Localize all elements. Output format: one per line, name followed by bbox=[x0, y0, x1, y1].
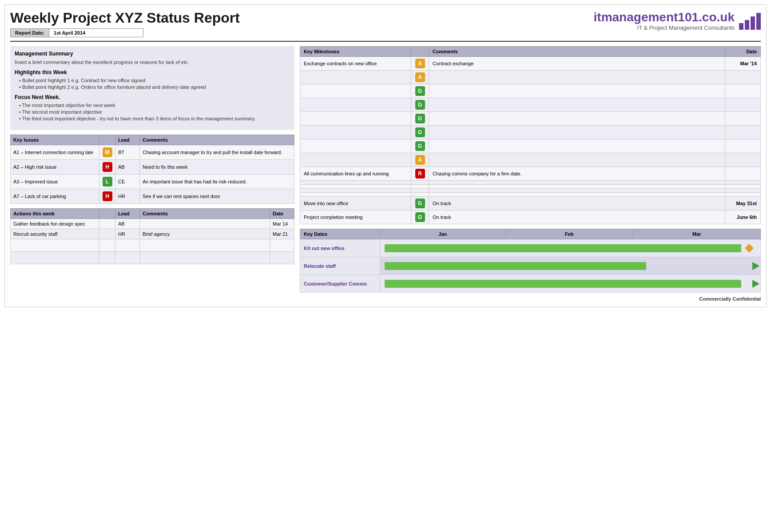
milestone-badge: G bbox=[411, 84, 429, 98]
milestone-badge: G bbox=[411, 98, 429, 112]
header-left: Weekly Project XYZ Status Report Report … bbox=[10, 10, 240, 37]
milestone-date bbox=[725, 139, 761, 153]
milestone-badge bbox=[411, 193, 429, 197]
milestone-date bbox=[725, 181, 761, 185]
col-header-milestone: Key Milestones bbox=[300, 47, 411, 57]
issue-comment: Chasing account manager to try and pull … bbox=[140, 145, 294, 160]
gantt-bar-cell bbox=[380, 239, 761, 257]
action-comment bbox=[140, 219, 270, 229]
milestone-name bbox=[300, 112, 411, 126]
focus-title: Focus Next Week. bbox=[15, 94, 290, 100]
brand-subtitle: IT & Project Management Consultants bbox=[594, 24, 735, 31]
highlights-title: Highlights this Week bbox=[15, 69, 290, 75]
milestones-table: Key Milestones Comments Date Exchange co… bbox=[300, 46, 761, 224]
milestone-badge: A bbox=[411, 153, 429, 167]
action-comment: Brief agency bbox=[140, 229, 270, 239]
milestone-badge bbox=[411, 189, 429, 193]
col-header-status bbox=[411, 47, 429, 57]
milestone-date: May 31st bbox=[725, 197, 761, 210]
status-badge: R bbox=[415, 169, 425, 179]
report-date-value: 1st April 2014 bbox=[49, 29, 90, 37]
focus-list: The most important objective for next we… bbox=[15, 103, 290, 121]
gantt-bar-cell bbox=[380, 257, 761, 275]
main-content: Management Summary Insert a brief commen… bbox=[10, 46, 761, 293]
col-header-badge bbox=[99, 135, 115, 145]
header: Weekly Project XYZ Status Report Report … bbox=[10, 10, 761, 42]
issue-name: A1 – Internet connection running late bbox=[11, 145, 99, 160]
milestone-comment: Chasing comms company for a firm date. bbox=[429, 167, 725, 181]
arrow-icon bbox=[752, 280, 759, 288]
gantt-bar bbox=[385, 262, 646, 270]
list-item: The most important objective for next we… bbox=[19, 103, 290, 108]
issue-comment: Need to fix this week bbox=[140, 160, 294, 175]
milestone-name bbox=[300, 153, 411, 167]
status-badge: G bbox=[415, 127, 425, 137]
milestone-comment bbox=[429, 181, 725, 185]
status-badge: G bbox=[415, 199, 425, 208]
milestone-date: Mar '14 bbox=[725, 57, 761, 71]
gantt-section: Key Dates Jan Feb Mar Kit out new office… bbox=[300, 229, 761, 293]
milestone-name bbox=[300, 181, 411, 185]
gantt-table: Key Dates Jan Feb Mar Kit out new office… bbox=[300, 229, 761, 293]
milestone-comment bbox=[429, 193, 725, 197]
milestone-name: All communication lines up and running bbox=[300, 167, 411, 181]
milestone-date: June 6th bbox=[725, 210, 761, 224]
issue-name: A2 – High risk issue bbox=[11, 160, 99, 175]
gantt-col-jan: Jan bbox=[380, 229, 506, 239]
issue-lead: BT bbox=[115, 145, 140, 160]
report-date-row: Report Date: 1st April 2014 bbox=[10, 28, 143, 37]
right-panel: Key Milestones Comments Date Exchange co… bbox=[300, 46, 761, 293]
status-badge: L bbox=[103, 177, 112, 187]
issue-comment: An important issue that has had its risk… bbox=[140, 175, 294, 189]
milestone-date bbox=[725, 193, 761, 197]
action-lead: AB bbox=[115, 219, 140, 229]
management-summary: Management Summary Insert a brief commen… bbox=[10, 46, 294, 130]
action-name: Gather feedback fon design spec bbox=[11, 219, 99, 229]
issue-lead: CE bbox=[115, 175, 140, 189]
bar-chart-icon bbox=[739, 12, 761, 30]
action-badge bbox=[99, 219, 115, 229]
milestone-name bbox=[300, 189, 411, 193]
milestone-date bbox=[725, 185, 761, 189]
issue-badge: L bbox=[99, 175, 115, 189]
issue-comment: See if we can rent spaces next door bbox=[140, 189, 294, 204]
brand-name: itmanagement101.co.uk bbox=[594, 10, 735, 24]
bar1 bbox=[739, 23, 743, 30]
milestone-comment bbox=[429, 153, 725, 167]
milestone-name bbox=[300, 185, 411, 189]
report-date-label: Report Date: bbox=[11, 29, 49, 37]
milestone-comment bbox=[429, 112, 725, 126]
milestone-name bbox=[300, 84, 411, 98]
milestone-comment bbox=[429, 98, 725, 112]
gantt-label: Customer/Supplier Comms bbox=[300, 275, 380, 293]
bar4 bbox=[756, 13, 761, 30]
page: Weekly Project XYZ Status Report Report … bbox=[4, 4, 767, 307]
milestone-comment: On track bbox=[429, 210, 725, 224]
issue-badge: H bbox=[99, 160, 115, 175]
status-badge: M bbox=[103, 147, 112, 157]
status-badge: G bbox=[415, 114, 425, 123]
list-item: Bullet point highlight 2 e.g. Orders for… bbox=[19, 84, 290, 90]
col-header-badge2 bbox=[99, 209, 115, 219]
issue-name: A7 – Lack of car parking bbox=[11, 189, 99, 204]
gantt-col-feb: Feb bbox=[505, 229, 633, 239]
milestone-name bbox=[300, 193, 411, 197]
col-header-issues: Key Issues bbox=[11, 135, 99, 145]
col-header-lead2: Lead bbox=[115, 209, 140, 219]
footer-text: Commercially Confidential bbox=[699, 296, 761, 302]
bar3 bbox=[751, 16, 755, 30]
status-badge: G bbox=[415, 100, 425, 110]
milestone-name: Exchange contracts on new office bbox=[300, 57, 411, 71]
status-badge: A bbox=[415, 59, 425, 68]
milestone-badge: G bbox=[411, 197, 429, 210]
status-badge: H bbox=[103, 162, 112, 172]
milestone-comment bbox=[429, 139, 725, 153]
list-item: Bullet point highlight 1 e.g. Contract f… bbox=[19, 78, 290, 83]
milestone-date bbox=[725, 126, 761, 139]
action-date: Mar 21 bbox=[270, 229, 294, 239]
status-badge: H bbox=[103, 191, 112, 201]
status-badge: A bbox=[415, 155, 425, 165]
milestone-badge: G bbox=[411, 126, 429, 139]
left-panel: Management Summary Insert a brief commen… bbox=[10, 46, 294, 293]
diamond-icon bbox=[745, 244, 754, 253]
